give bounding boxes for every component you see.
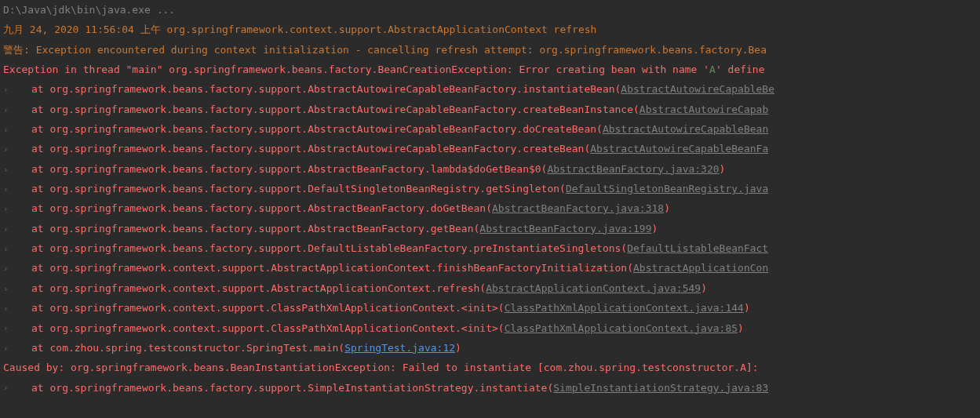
chevron-right-icon[interactable]: › (3, 221, 11, 238)
frame-close: ) (652, 223, 658, 234)
stack-trace: ›at org.springframework.beans.factory.su… (0, 79, 980, 358)
stack-frame: ›at org.springframework.context.support.… (0, 318, 980, 338)
frame-close: ) (455, 342, 461, 354)
stack-frame: ›at org.springframework.beans.factory.su… (0, 198, 980, 218)
frame-close: ) (738, 322, 744, 334)
frame-method: at org.springframework.beans.factory.sup… (31, 83, 621, 95)
chevron-right-icon[interactable]: › (3, 162, 11, 178)
source-link[interactable]: AbstractApplicationCon (633, 262, 768, 274)
source-link[interactable]: AbstractBeanFactory.java:318 (492, 202, 664, 214)
chevron-right-icon[interactable]: › (3, 141, 11, 158)
frame-method: at org.springframework.context.support.A… (31, 282, 486, 294)
frame-method: at org.springframework.context.support.C… (31, 322, 505, 334)
stack-frame: ›at org.springframework.beans.factory.su… (0, 378, 980, 398)
stack-frame: ›at org.springframework.context.support.… (0, 258, 980, 278)
chevron-right-icon[interactable]: › (3, 281, 11, 297)
source-link[interactable]: AbstractBeanFactory.java:320 (547, 163, 719, 175)
chevron-right-icon[interactable]: › (3, 201, 11, 217)
frame-close: ) (720, 163, 726, 175)
warning-line: 警告: Exception encountered during context… (0, 40, 980, 60)
stack-frame: ›at org.springframework.context.support.… (0, 298, 980, 318)
console-output: D:\Java\jdk\bin\java.exe ... 九月 24, 2020… (0, 0, 980, 398)
exception-line: Exception in thread "main" org.springfra… (0, 60, 980, 79)
chevron-right-icon[interactable]: › (3, 102, 11, 118)
frame-method: at com.zhou.spring.testconstructor.Sprin… (31, 342, 344, 354)
source-link[interactable]: AbstractAutowireCapableBe (621, 83, 774, 95)
frame-method: at org.springframework.beans.factory.sup… (31, 382, 553, 394)
source-link[interactable]: AbstractAutowireCapableBean (603, 123, 768, 135)
stack-frame: ›at org.springframework.beans.factory.su… (0, 119, 980, 139)
frame-method: at org.springframework.beans.factory.sup… (31, 163, 547, 175)
source-link[interactable]: DefaultListableBeanFact (627, 242, 768, 254)
source-link[interactable]: ClassPathXmlApplicationContext.java:144 (505, 302, 744, 314)
frame-method: at org.springframework.beans.factory.sup… (31, 143, 590, 154)
frame-method: at org.springframework.beans.factory.sup… (31, 223, 479, 234)
stack-frame: ›at org.springframework.beans.factory.su… (0, 100, 980, 119)
frame-method: at org.springframework.beans.factory.sup… (31, 183, 566, 194)
frame-method: at org.springframework.beans.factory.sup… (31, 123, 603, 135)
chevron-right-icon[interactable]: › (3, 380, 11, 396)
frame-method: at org.springframework.beans.factory.sup… (31, 104, 639, 115)
frame-close: ) (701, 282, 707, 294)
source-link[interactable]: AbstractApplicationContext.java:549 (486, 282, 701, 294)
stack-frame: ›at org.springframework.beans.factory.su… (0, 238, 980, 258)
chevron-right-icon[interactable]: › (3, 241, 11, 257)
frame-method: at org.springframework.context.support.A… (31, 262, 633, 274)
stack-frame: ›at org.springframework.beans.factory.su… (0, 179, 980, 198)
source-link[interactable]: SimpleInstantiationStrategy.java:83 (553, 382, 768, 394)
stack-frame: ›at org.springframework.beans.factory.su… (0, 139, 980, 158)
chevron-right-icon[interactable]: › (3, 181, 11, 198)
chevron-right-icon[interactable]: › (3, 320, 11, 336)
stack-frame: ›at org.springframework.context.support.… (0, 278, 980, 298)
source-link[interactable]: AbstractBeanFactory.java:199 (479, 223, 651, 234)
stack-frame: ›at org.springframework.beans.factory.su… (0, 219, 980, 238)
source-link[interactable]: AbstractAutowireCapab (639, 104, 768, 115)
source-link[interactable]: ClassPathXmlApplicationContext.java:85 (505, 322, 738, 334)
chevron-right-icon[interactable]: › (3, 260, 11, 277)
source-link[interactable]: AbstractAutowireCapableBeanFa (590, 143, 768, 154)
frame-close: ) (744, 302, 750, 314)
stack-frame: ›at org.springframework.beans.factory.su… (0, 159, 980, 179)
frame-method: at org.springframework.beans.factory.sup… (31, 202, 492, 214)
chevron-right-icon[interactable]: › (3, 340, 11, 357)
frame-close: ) (664, 202, 670, 214)
chevron-right-icon[interactable]: › (3, 300, 11, 317)
caused-by-line: Caused by: org.springframework.beans.Bea… (0, 358, 980, 377)
exception-suffix: ' define (716, 64, 765, 75)
timestamp-line: 九月 24, 2020 11:56:04 上午 org.springframew… (0, 20, 980, 39)
frame-method: at org.springframework.beans.factory.sup… (31, 242, 627, 254)
bean-name: A (709, 64, 716, 75)
chevron-right-icon[interactable]: › (3, 82, 11, 98)
frame-method: at org.springframework.context.support.C… (31, 302, 505, 314)
exception-prefix: Exception in thread "main" org.springfra… (3, 64, 709, 75)
stack-frame: ›at org.springframework.beans.factory.su… (0, 79, 980, 99)
command-line: D:\Java\jdk\bin\java.exe ... (0, 0, 980, 20)
chevron-right-icon[interactable]: › (3, 122, 11, 138)
source-link[interactable]: DefaultSingletonBeanRegistry.java (566, 183, 768, 194)
source-link[interactable]: SpringTest.java:12 (344, 342, 455, 354)
stack-frame: ›at com.zhou.spring.testconstructor.Spri… (0, 338, 980, 358)
